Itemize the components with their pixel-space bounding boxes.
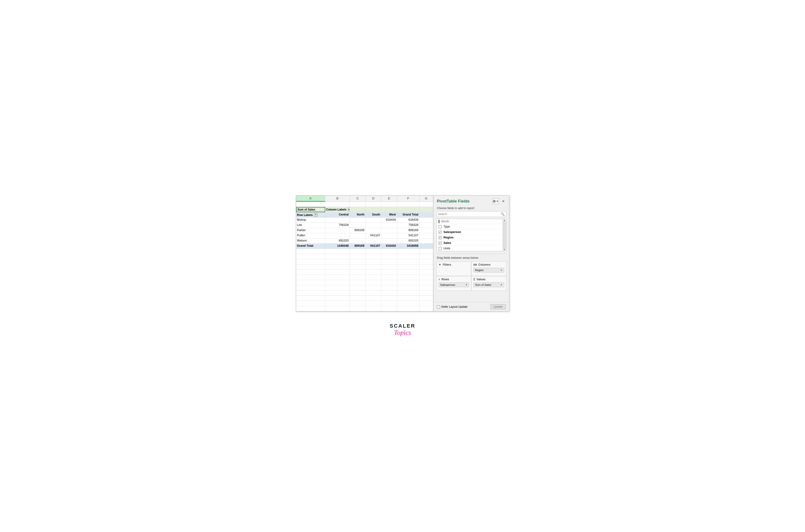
- rows-salesperson-tag[interactable]: Salesperson ▼: [439, 282, 469, 287]
- pivot-close-button[interactable]: ✕: [501, 199, 506, 204]
- cell-g-h1: [419, 207, 433, 212]
- scrollbar-track: [503, 222, 506, 249]
- rows-salesperson-dropdown[interactable]: ▼: [465, 284, 468, 286]
- filters-icon: ▼: [439, 263, 441, 266]
- pivot-field-type[interactable]: Type: [437, 224, 503, 229]
- checkbox-type[interactable]: [439, 225, 442, 228]
- cell-d1: [365, 202, 381, 207]
- empty-row-1: [296, 202, 433, 207]
- cell-a: Parker: [296, 228, 325, 233]
- fields-list-wrapper: ▌ Month Type ✓ Salesperson ✓ Region ✓ Sa…: [437, 219, 506, 251]
- checkbox-sales[interactable]: ✓: [439, 242, 442, 245]
- column-labels-text: Column Labels: [326, 208, 347, 211]
- pivot-area-rows-header: ≡ Rows: [439, 278, 469, 281]
- defer-checkbox[interactable]: [437, 305, 440, 308]
- checkbox-salesperson[interactable]: ✓: [439, 231, 442, 234]
- cell-d-h2: South: [365, 212, 381, 217]
- gear-dropdown-icon: ▼: [496, 200, 498, 203]
- header-row-2: Row Labels ▼ Central North South West Gr…: [296, 212, 433, 217]
- cell-f: 616434: [397, 217, 420, 223]
- values-sum-of-sales-label: Sum of Sales: [475, 283, 491, 286]
- cell-b: 758328: [325, 223, 350, 228]
- pivot-search-box[interactable]: 🔍: [437, 211, 506, 217]
- fields-items: Type ✓ Salesperson ✓ Region ✓ Sales Unit…: [437, 224, 503, 251]
- cell-c1: [350, 202, 366, 207]
- cell-c: [350, 217, 366, 223]
- cell-d: [365, 228, 381, 233]
- cell-e: [381, 228, 397, 233]
- cell-f-h2: Grand Total: [397, 212, 420, 217]
- cell-f: 809169: [397, 228, 420, 233]
- columns-region-tag[interactable]: Region ▼: [473, 268, 504, 272]
- pivot-gear-button[interactable]: ⚙ ▼: [492, 198, 499, 204]
- column-labels-cell: Column Labels ▼: [325, 207, 350, 212]
- gear-icon: ⚙: [493, 200, 496, 203]
- scaler-logo: SCALER Topics: [390, 323, 415, 337]
- field-label-units: Units: [443, 247, 450, 250]
- pivot-title: PivotTable Fields: [437, 199, 470, 204]
- values-sum-of-sales-dropdown[interactable]: ▼: [500, 284, 502, 286]
- data-row: Parker 809169 809169: [296, 228, 433, 233]
- rows-icon: ≡: [439, 278, 440, 281]
- grand-total-row: Grand Total 1449348 809169 541107 616434…: [296, 244, 433, 249]
- column-labels-dropdown[interactable]: ▼: [348, 208, 350, 211]
- cell-b1: [325, 202, 350, 207]
- cell-g: [419, 223, 433, 228]
- pivot-divider: [437, 253, 506, 254]
- search-icon: 🔍: [500, 212, 505, 216]
- update-button[interactable]: Update: [490, 304, 506, 309]
- filler-row: [296, 259, 433, 264]
- cell-c: 809169: [350, 228, 366, 233]
- values-sum-of-sales-tag[interactable]: Sum of Sales ▼: [473, 282, 504, 287]
- columns-region-dropdown[interactable]: ▼: [500, 269, 502, 271]
- pivot-field-salesperson[interactable]: ✓ Salesperson: [437, 229, 503, 235]
- cell-d: [365, 239, 381, 243]
- pivot-panel-header: PivotTable Fields ⚙ ▼ ✕: [434, 196, 509, 207]
- columns-region-label: Region: [475, 269, 483, 271]
- filler-row: [296, 290, 433, 296]
- cell-b-h2: Central: [325, 212, 350, 217]
- cell-g: [419, 233, 433, 238]
- row-labels-dropdown[interactable]: ▼: [314, 213, 317, 217]
- columns-icon: ⦀⦀⦀: [473, 263, 477, 266]
- data-row: Pullen 541107 541107: [296, 233, 433, 239]
- sum-of-sales-cell: Sum of Sales: [296, 207, 325, 212]
- checkbox-region[interactable]: ✓: [439, 236, 442, 239]
- scroll-down-arrow[interactable]: ▼: [504, 249, 506, 251]
- pivot-field-region[interactable]: ✓ Region: [437, 235, 503, 240]
- pivot-search-input[interactable]: [438, 212, 500, 216]
- pivot-panel: PivotTable Fields ⚙ ▼ ✕ Choose fields to…: [433, 196, 509, 311]
- cell-f1: [397, 202, 420, 207]
- pivot-field-sales[interactable]: ✓ Sales: [437, 240, 503, 246]
- col-header-a: A: [296, 196, 325, 202]
- values-icon: Σ: [473, 278, 475, 281]
- cell-b: 691020: [325, 239, 350, 243]
- column-headers: A B C D E F G: [296, 196, 433, 202]
- pivot-area-filters-content: [439, 268, 469, 274]
- main-container: A B C D E F G: [296, 195, 509, 337]
- pivot-field-units[interactable]: Units: [437, 246, 503, 251]
- grand-total-f: 3416058: [397, 244, 420, 249]
- scroll-up-arrow[interactable]: ▲: [504, 219, 506, 222]
- fields-scrollbar[interactable]: ▲ ▼: [503, 219, 506, 251]
- cell-a1: [296, 202, 325, 207]
- cell-f: 691020: [397, 239, 420, 243]
- grand-total-g: [419, 244, 433, 249]
- checkbox-units[interactable]: [439, 247, 442, 250]
- filler-row: [296, 285, 433, 290]
- cell-e-h2: West: [381, 212, 397, 217]
- col-header-f: F: [397, 196, 420, 202]
- pivot-area-values-content: Sum of Sales ▼: [473, 282, 504, 289]
- grand-total-label: Grand Total: [296, 244, 325, 249]
- row-labels-text: Row Labels: [297, 213, 313, 217]
- spreadsheet: A B C D E F G: [296, 196, 433, 311]
- cell-e-h1: [381, 207, 397, 212]
- cell-c: [350, 239, 366, 243]
- pivot-area-values-header: Σ Values: [473, 278, 504, 281]
- col-header-g: G: [420, 196, 433, 202]
- filler-rows: [296, 249, 433, 311]
- pivot-drag-label: Drag fields between areas below:: [434, 256, 509, 261]
- grand-total-b: 1449348: [325, 244, 350, 249]
- cell-e1: [381, 202, 397, 207]
- pivot-area-columns-header: ⦀⦀⦀ Columns: [473, 263, 504, 266]
